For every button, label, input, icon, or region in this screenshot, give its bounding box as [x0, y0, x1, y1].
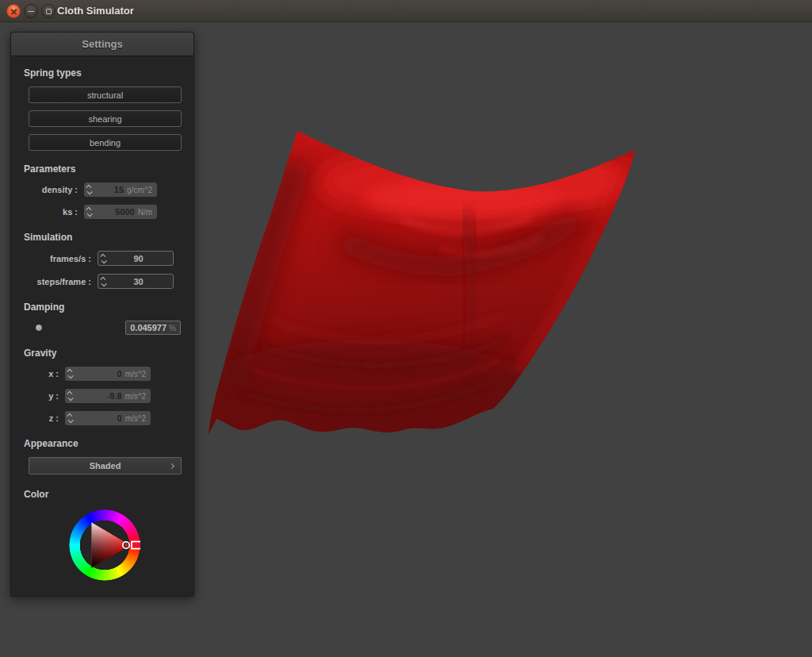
- cloth-render: [202, 117, 650, 447]
- density-row: density : 15 g/cm^2: [24, 182, 181, 197]
- close-button[interactable]: [6, 4, 21, 18]
- spinner-arrows-icon[interactable]: [68, 413, 72, 423]
- sv-triangle[interactable]: [69, 509, 140, 581]
- slider-knob[interactable]: [35, 324, 43, 332]
- appearance-dropdown[interactable]: Shaded: [29, 457, 182, 474]
- density-label: density :: [24, 185, 78, 194]
- ks-value[interactable]: 5000: [94, 207, 135, 217]
- shearing-button[interactable]: shearing: [29, 110, 182, 127]
- slider-track[interactable]: [34, 327, 107, 330]
- density-value[interactable]: 15: [94, 185, 124, 194]
- gravity-x-label: x :: [24, 369, 59, 378]
- window-title: Cloth Simulator: [57, 5, 134, 17]
- settings-title: Settings: [82, 38, 122, 50]
- steps-value[interactable]: 30: [109, 277, 168, 286]
- steps-row: steps/frame : 30: [24, 274, 181, 289]
- appearance-selected: Shaded: [90, 461, 121, 471]
- gravity-x-spinner[interactable]: 0 m/s^2: [65, 367, 151, 381]
- ks-unit: N/m: [138, 208, 152, 217]
- settings-panel-header[interactable]: Settings: [11, 33, 193, 56]
- simulation-label: Simulation: [24, 232, 181, 243]
- settings-panel-body: Spring types structural shearing bending…: [11, 56, 193, 500]
- maximize-icon: [46, 9, 52, 14]
- hue-marker-icon: [132, 542, 140, 549]
- gravity-x-row: x : 0 m/s^2: [24, 367, 181, 381]
- minimize-icon: [28, 11, 34, 13]
- color-label: Color: [24, 489, 181, 500]
- steps-spinner[interactable]: 30: [98, 274, 174, 289]
- color-wheel-picker[interactable]: [69, 509, 140, 581]
- frames-row: frames/s : 90: [24, 251, 181, 266]
- spinner-arrows-icon[interactable]: [87, 207, 91, 217]
- spinner-arrows-icon[interactable]: [68, 369, 72, 378]
- gravity-z-label: z :: [24, 413, 59, 423]
- density-unit: g/cm^2: [127, 186, 152, 194]
- spinner-arrows-icon[interactable]: [102, 254, 105, 263]
- gravity-y-value[interactable]: -9.8: [75, 391, 122, 401]
- damping-slider[interactable]: [34, 323, 103, 332]
- spinner-arrows-icon[interactable]: [87, 185, 91, 194]
- steps-label: steps/frame :: [24, 277, 91, 286]
- gravity-y-label: y :: [24, 391, 59, 401]
- gravity-z-row: z : 0 m/s^2: [24, 411, 181, 425]
- structural-button[interactable]: structural: [29, 86, 182, 103]
- frames-spinner[interactable]: 90: [98, 251, 174, 266]
- damping-value-box[interactable]: 0.045977 %: [125, 321, 181, 335]
- ks-row: ks : 5000 N/m: [24, 205, 181, 219]
- ks-spinner[interactable]: 5000 N/m: [84, 205, 157, 219]
- chevron-right-icon: [169, 463, 174, 469]
- spinner-arrows-icon[interactable]: [68, 391, 72, 401]
- bending-button[interactable]: bending: [29, 134, 182, 151]
- appearance-label: Appearance: [24, 438, 181, 449]
- maximize-button[interactable]: [41, 4, 56, 18]
- damping-row: 0.045977 %: [24, 321, 181, 335]
- gravity-z-spinner[interactable]: 0 m/s^2: [65, 411, 151, 425]
- minimize-button[interactable]: [24, 4, 38, 18]
- damping-unit: %: [169, 324, 176, 332]
- spring-types-label: Spring types: [24, 67, 181, 79]
- frames-label: frames/s :: [24, 254, 91, 263]
- frames-value[interactable]: 90: [109, 254, 168, 263]
- gravity-x-unit: m/s^2: [125, 370, 146, 378]
- gravity-z-unit: m/s^2: [125, 414, 146, 423]
- gravity-z-value[interactable]: 0: [75, 413, 122, 423]
- gravity-y-unit: m/s^2: [125, 392, 146, 401]
- damping-value: 0.045977: [130, 323, 167, 332]
- settings-panel: Settings Spring types structural shearin…: [10, 32, 194, 597]
- density-spinner[interactable]: 15 g/cm^2: [84, 182, 157, 197]
- gravity-x-value[interactable]: 0: [75, 369, 122, 378]
- gravity-y-row: y : -9.8 m/s^2: [24, 389, 181, 403]
- title-bar[interactable]: Cloth Simulator: [0, 0, 812, 22]
- gravity-label: Gravity: [24, 348, 181, 359]
- parameters-label: Parameters: [24, 163, 181, 175]
- spinner-arrows-icon[interactable]: [102, 277, 105, 286]
- damping-label: Damping: [24, 302, 181, 313]
- gravity-y-spinner[interactable]: -9.8 m/s^2: [65, 389, 151, 403]
- ks-label: ks :: [24, 207, 78, 217]
